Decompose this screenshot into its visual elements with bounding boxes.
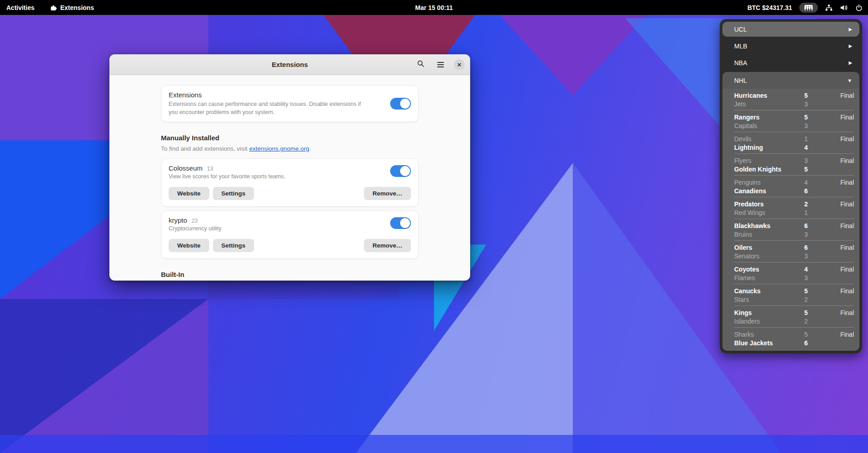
team-score: 4 — [804, 144, 828, 151]
settings-button[interactable]: Settings — [213, 187, 254, 200]
game-status: Final — [828, 244, 854, 251]
close-icon: × — [458, 61, 462, 68]
remove-button[interactable]: Remove… — [364, 187, 411, 200]
game-status: Final — [828, 287, 854, 295]
team-name: Islanders — [734, 318, 804, 325]
team-name: Hurricanes — [734, 92, 804, 99]
window-titlebar[interactable]: Extensions × — [109, 54, 470, 75]
desktop: Activities Extensions Mar 15 00:11 BTC $… — [0, 0, 868, 453]
remove-button[interactable]: Remove… — [364, 239, 411, 252]
manually-installed-heading: Manually Installed — [161, 134, 419, 142]
extension-name: krypto — [169, 216, 187, 224]
team-name: Predators — [734, 200, 804, 208]
game-row: Coyotes 4 Final Flames 3 — [734, 262, 854, 284]
extension-toggle[interactable] — [390, 217, 411, 229]
team-score: 6 — [804, 222, 828, 229]
team-name: Red Wings — [734, 209, 804, 216]
activities-button[interactable]: Activities — [6, 4, 34, 11]
master-card-title: Extensions — [169, 91, 390, 99]
team-name: Oilers — [734, 244, 804, 251]
extensions-gnome-org-link[interactable]: extensions.gnome.org — [249, 145, 309, 152]
primary-menu-button[interactable] — [434, 58, 447, 71]
team-score: 2 — [804, 296, 828, 303]
game-status: Final — [828, 331, 854, 338]
team-score: 4 — [804, 266, 828, 273]
extension-toggle[interactable] — [390, 165, 411, 177]
league-label: NHL — [734, 77, 747, 84]
app-menu-button[interactable]: Extensions — [50, 4, 94, 11]
hint-prefix: To find and add extensions, visit — [161, 145, 249, 152]
volume-icon[interactable] — [840, 4, 848, 11]
team-score: 5 — [804, 114, 828, 121]
top-bar: Activities Extensions Mar 15 00:11 BTC $… — [0, 0, 868, 15]
team-score: 5 — [804, 309, 828, 316]
game-line-2: Capitals 3 — [734, 121, 854, 130]
team-name: Bruins — [734, 231, 804, 238]
team-name: Golden Knights — [734, 166, 804, 173]
game-row: Kings 5 Final Islanders 2 — [734, 306, 854, 328]
game-line-2: Stars 2 — [734, 295, 854, 304]
team-score: 6 — [804, 244, 828, 251]
team-name: Lightning — [734, 144, 804, 151]
game-row: Penguins 4 Final Canadiens 6 — [734, 176, 854, 197]
clock[interactable]: Mar 15 00:11 — [415, 0, 453, 15]
network-tree-icon[interactable] — [825, 4, 833, 11]
extension-list: Colosseum 13 View live scores for your f… — [161, 158, 419, 259]
master-card-description: Extensions can cause performance and sta… — [169, 100, 370, 116]
puzzle-icon — [50, 4, 57, 11]
close-button[interactable]: × — [454, 59, 465, 70]
league-item-mlb[interactable]: MLB ▶ — [722, 38, 859, 53]
game-line-1: Penguins 4 Final — [734, 178, 854, 186]
team-name: Jets — [734, 100, 804, 108]
game-status: Final — [828, 179, 854, 186]
team-score: 1 — [804, 209, 828, 216]
power-icon[interactable] — [855, 4, 863, 11]
game-line-1: Predators 2 Final — [734, 200, 854, 208]
game-line-1: Kings 5 Final — [734, 308, 854, 317]
settings-button[interactable]: Settings — [213, 239, 254, 252]
league-label: NBA — [734, 59, 747, 67]
manually-installed-hint: To find and add extensions, visit extens… — [161, 145, 419, 152]
game-line-1: Devils 1 Final — [734, 134, 854, 143]
extension-version: 13 — [207, 166, 213, 172]
team-score: 5 — [804, 92, 828, 99]
game-row: Canucks 5 Final Stars 2 — [734, 284, 854, 306]
league-header[interactable]: NHL ▼ — [722, 72, 859, 89]
website-button[interactable]: Website — [169, 239, 209, 252]
game-line-2: Senators 3 — [734, 252, 854, 260]
website-button[interactable]: Website — [169, 187, 209, 200]
chevron-right-icon: ▶ — [849, 27, 852, 32]
team-name: Sharks — [734, 331, 804, 338]
colosseum-indicator-button[interactable] — [799, 3, 818, 13]
extension-description: Cryptocurrency utility — [169, 225, 411, 232]
game-line-1: Sharks 5 Final — [734, 330, 854, 339]
game-line-1: Coyotes 4 Final — [734, 265, 854, 273]
team-score: 3 — [804, 231, 828, 238]
games-list: Hurricanes 5 Final Jets 3 Rangers 5 Fina… — [722, 89, 859, 351]
search-button[interactable] — [414, 58, 427, 71]
stadium-icon — [804, 5, 813, 11]
team-score: 3 — [804, 157, 828, 164]
game-line-2: Blue Jackets 6 — [734, 339, 854, 347]
scores-panel: UCL ▶ MLB ▶ NBA ▶ NHL ▼ Hurricanes 5 Fin… — [720, 19, 862, 353]
game-line-2: Jets 3 — [734, 100, 854, 108]
game-status: Final — [828, 92, 854, 99]
built-in-heading: Built-In — [161, 271, 419, 278]
btc-ticker[interactable]: BTC $24317.31 — [747, 4, 792, 11]
game-row: Flyers 3 Final Golden Knights 5 — [734, 154, 854, 176]
game-line-2: Golden Knights 5 — [734, 165, 854, 173]
league-item-ucl[interactable]: UCL ▶ — [722, 22, 859, 37]
game-row: Hurricanes 5 Final Jets 3 — [734, 89, 854, 110]
master-extensions-toggle[interactable] — [390, 98, 411, 110]
master-extension-card: Extensions Extensions can cause performa… — [161, 85, 419, 122]
extension-card-colosseum: Colosseum 13 View live scores for your f… — [161, 158, 419, 207]
team-score: 5 — [804, 287, 828, 295]
game-line-2: Bruins 3 — [734, 230, 854, 238]
league-item-nba[interactable]: NBA ▶ — [722, 55, 859, 70]
team-name: Devils — [734, 135, 804, 143]
team-name: Rangers — [734, 114, 804, 121]
hamburger-icon — [437, 62, 444, 67]
search-icon — [417, 60, 425, 69]
team-score: 3 — [804, 122, 828, 129]
window-body: Extensions Extensions can cause performa… — [109, 75, 470, 280]
